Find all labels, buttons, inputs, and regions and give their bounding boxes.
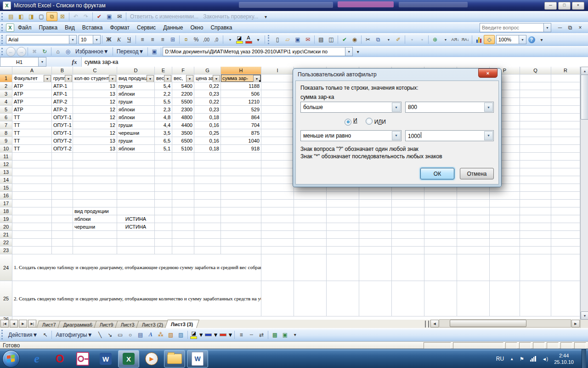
undo-icon[interactable]: ▼ — [407, 35, 417, 44]
cell-K24[interactable] — [327, 254, 359, 281]
cell-E6[interactable]: 4,8 — [155, 114, 172, 121]
taskbar-worddoc-button[interactable]: W — [187, 350, 208, 368]
radio-or[interactable]: ИЛИ — [366, 118, 386, 125]
language-indicator[interactable]: RU — [496, 356, 504, 362]
cell-N24[interactable] — [424, 254, 457, 281]
cell-M20[interactable] — [392, 223, 424, 231]
cell-F18[interactable] — [172, 207, 194, 215]
reply-with-changes-button[interactable]: Ответить с изменениями... — [128, 13, 201, 20]
cell-D10[interactable]: яблоки — [117, 145, 155, 153]
scroll-right-icon[interactable]: ▶ — [571, 320, 580, 328]
cell-C5[interactable]: 12 — [73, 106, 117, 114]
cell-G14[interactable] — [194, 176, 221, 184]
cell-J24[interactable] — [294, 254, 327, 281]
cell-G3[interactable]: 0,23 — [194, 90, 221, 98]
cell-Q14[interactable] — [520, 176, 551, 184]
cell-B19[interactable] — [52, 215, 73, 223]
filter-cell-F1[interactable]: вес,▼ — [172, 75, 194, 82]
cell-O24[interactable] — [457, 254, 490, 281]
chevron-down-icon[interactable]: ▼ — [198, 332, 204, 338]
cell-J16[interactable] — [294, 192, 327, 200]
cell-I25[interactable] — [261, 281, 294, 316]
first-sheet-icon[interactable]: |◀ — [0, 320, 9, 328]
cell-A9[interactable]: ТТ — [12, 137, 52, 145]
cell-G8[interactable]: 0,25 — [194, 129, 221, 137]
print-icon[interactable]: ▤ — [316, 35, 326, 44]
cell-F3[interactable]: 2200 — [172, 90, 194, 98]
cell-B13[interactable] — [52, 168, 73, 176]
cell-M19[interactable] — [392, 215, 424, 223]
cell-L19[interactable] — [359, 215, 392, 223]
cell-F16[interactable] — [172, 192, 194, 200]
filter-cell-B1[interactable]: групп▼ — [52, 75, 73, 82]
cell-R3[interactable] — [551, 90, 580, 98]
row-header-25[interactable]: 25 — [0, 281, 12, 316]
cell-B14[interactable] — [52, 176, 73, 184]
cell-F14[interactable] — [172, 176, 194, 184]
filter-cell-C1[interactable]: кол-во студенто▼ — [73, 75, 117, 82]
cell-A10[interactable]: ТТ — [12, 145, 52, 153]
help-icon[interactable]: ? — [526, 35, 537, 44]
condition1-combo[interactable]: больше ▼ — [300, 102, 401, 113]
row-header-18[interactable]: 18 — [0, 207, 12, 215]
cell-A5[interactable]: АТР — [12, 106, 52, 114]
cell-Q25[interactable] — [520, 281, 551, 316]
cell-A7[interactable]: ТТ — [12, 121, 52, 129]
cell-Q18[interactable] — [520, 207, 551, 215]
rev-hide-comments-icon[interactable]: ⊠ — [57, 12, 68, 21]
cell-I2[interactable] — [261, 82, 294, 90]
scroll-down-icon[interactable]: ▼ — [581, 311, 588, 320]
home-icon[interactable]: ⌂ — [53, 47, 63, 56]
cell-R14[interactable] — [551, 176, 580, 184]
menu-item-Данные[interactable]: Данные — [159, 23, 187, 32]
cell-L20[interactable] — [359, 223, 392, 231]
cell-H13[interactable] — [221, 168, 261, 176]
cell-B16[interactable] — [52, 192, 73, 200]
toolbar-options-icon[interactable]: ▾ — [290, 330, 300, 339]
back-icon[interactable]: ← — [6, 47, 16, 57]
cell-R22[interactable] — [551, 239, 580, 247]
cell-J17[interactable] — [294, 200, 327, 207]
cell-D8[interactable]: черешни — [117, 129, 155, 137]
cell-I10[interactable] — [261, 145, 294, 153]
cell-H9[interactable]: 1040 — [221, 137, 261, 145]
close-button[interactable]: × — [572, 2, 584, 10]
cell-R9[interactable] — [551, 137, 580, 145]
cell-M16[interactable] — [392, 192, 424, 200]
menu-item-Окно[interactable]: Окно — [187, 23, 207, 32]
filter-button-E[interactable]: ▼ — [164, 75, 171, 82]
refresh-icon[interactable]: ↻ — [40, 47, 50, 56]
cell-O18[interactable] — [457, 207, 490, 215]
row-header-21[interactable]: 21 — [0, 231, 12, 239]
cell-R11[interactable] — [551, 153, 580, 161]
shape-font-color-icon[interactable] — [218, 330, 227, 339]
hidden-icons-icon[interactable]: ▲ — [510, 357, 514, 361]
sort-ascending-icon[interactable]: АЯ↓ — [450, 35, 460, 44]
toolbar-grip[interactable] — [268, 35, 271, 44]
cell-B20[interactable] — [52, 223, 73, 231]
cell-R4[interactable] — [551, 98, 580, 106]
chevron-down-icon[interactable]: ▼ — [519, 35, 526, 44]
cell-L16[interactable] — [359, 192, 392, 200]
cell-H19[interactable] — [221, 215, 261, 223]
chevron-down-icon[interactable]: ▼ — [392, 131, 401, 140]
cell-C13[interactable] — [73, 168, 117, 176]
cell-P16[interactable] — [490, 192, 520, 200]
arrow-style-icon[interactable]: ⇄ — [256, 330, 266, 339]
cell-E2[interactable]: 5,4 — [155, 82, 172, 90]
column-header-R[interactable]: R — [551, 67, 580, 75]
cell-R16[interactable] — [551, 192, 580, 200]
cell-A21[interactable] — [12, 231, 52, 239]
cell-C23[interactable] — [73, 247, 117, 254]
cell-O25[interactable] — [457, 281, 490, 316]
currency-icon[interactable]: ¤ — [181, 35, 191, 44]
cell-B12[interactable] — [52, 161, 73, 168]
cell-G12[interactable] — [194, 161, 221, 168]
cell-Q12[interactable] — [520, 161, 551, 168]
cell-Q11[interactable] — [520, 153, 551, 161]
cell-K21[interactable] — [327, 231, 359, 239]
line-color-icon[interactable] — [204, 330, 213, 339]
cell-Q15[interactable] — [520, 184, 551, 192]
cell-F23[interactable] — [172, 247, 194, 254]
cell-D18[interactable] — [117, 207, 155, 215]
